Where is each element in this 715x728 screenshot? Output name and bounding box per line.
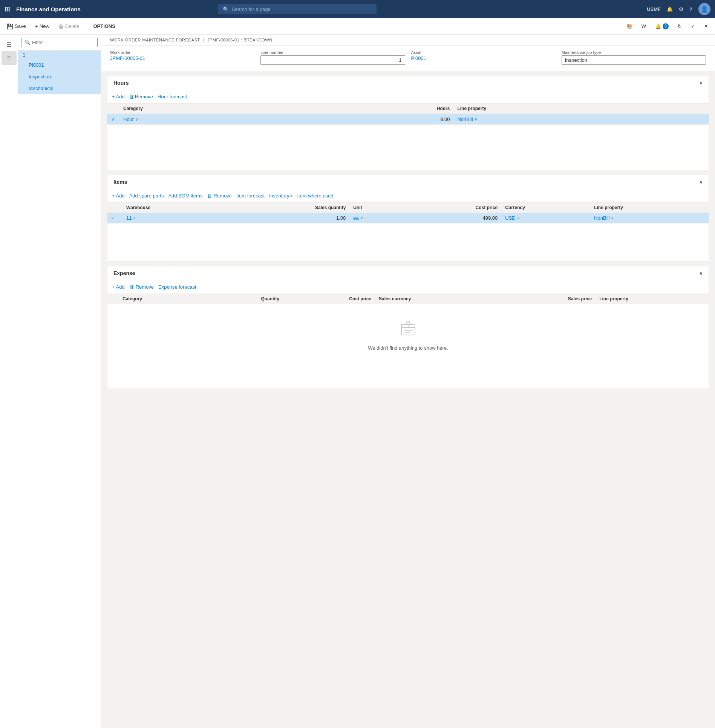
hours-remove-btn[interactable]: 🗑 Remove <box>129 93 153 100</box>
expense-remove-btn[interactable]: 🗑 Remove <box>129 283 154 291</box>
expense-toolbar: + Add 🗑 Remove Expense forecast <box>107 280 709 294</box>
items-empty-space <box>107 223 709 261</box>
items-row-costprice[interactable]: 499.00 <box>405 213 501 223</box>
save-button[interactable]: 💾 Save <box>3 21 30 32</box>
tree-item-1[interactable]: 1 <box>18 50 101 59</box>
expense-bottom-space <box>107 366 709 388</box>
expense-section-header: Expense ∧ <box>107 266 709 280</box>
expense-empty-state: We didn't find anything to show here. <box>107 304 709 366</box>
settings-icon[interactable]: ⚙ <box>679 6 683 12</box>
expense-add-btn[interactable]: + Add <box>112 283 125 291</box>
app-title: Finance and Operations <box>16 6 81 12</box>
right-icons: USMF 🔔 ⚙ ? 👤 <box>647 3 710 15</box>
tree-link-mechanical[interactable]: Mechanical <box>23 85 96 92</box>
tree-link-inspection[interactable]: Inspection <box>23 73 96 80</box>
chevron-down-icon: ∨ <box>135 117 138 121</box>
notification-badge-btn[interactable]: 🔔 0 <box>651 21 672 32</box>
hours-category-dropdown[interactable]: Hour ∨ <box>123 116 306 122</box>
items-row-salesqty[interactable]: 1.00 <box>225 213 349 223</box>
items-toolbar: + Add Add spare parts Add BOM items 🗑 Re… <box>107 189 709 203</box>
word-icon-btn[interactable]: W <box>638 21 650 32</box>
items-add-bom-btn[interactable]: Add BOM items <box>168 192 202 199</box>
tree-item-pi0001[interactable]: Pi0001 <box>18 59 101 71</box>
hours-col-hours: Hours <box>309 104 454 114</box>
tree-item-mechanical[interactable]: Mechanical <box>18 83 101 94</box>
items-col-expand <box>107 203 122 213</box>
items-add-spare-parts-btn[interactable]: Add spare parts <box>129 192 164 199</box>
cmd-right-actions: 🎨 W 🔔 0 ↻ ⤢ ✕ <box>623 21 712 32</box>
hour-forecast-btn[interactable]: Hour forecast <box>158 93 187 100</box>
filter-input[interactable] <box>32 40 95 45</box>
maintenance-job-type-label: Maintenance job type <box>562 50 706 55</box>
warehouse-dropdown[interactable]: 11 ∨ <box>126 215 222 221</box>
items-remove-btn[interactable]: 🗑 Remove <box>207 192 231 199</box>
hours-collapse-btn[interactable]: ∧ <box>699 80 703 86</box>
refresh-btn[interactable]: ↻ <box>674 21 686 32</box>
expense-collapse-btn[interactable]: ∧ <box>699 271 703 276</box>
currency-dropdown[interactable]: USD ∨ <box>505 215 586 221</box>
items-table-scroll[interactable]: Warehouse Sales quantity Unit Cost price… <box>107 203 709 223</box>
expense-col-check <box>107 294 119 304</box>
avatar[interactable]: 👤 <box>698 3 710 15</box>
asset-label: Asset <box>411 50 556 55</box>
item-forecast-btn[interactable]: Item forecast <box>236 192 265 199</box>
close-btn[interactable]: ✕ <box>700 21 712 32</box>
color-icon-btn[interactable]: 🎨 <box>623 21 636 32</box>
asset-link[interactable]: Pi0001 <box>411 55 426 61</box>
filter-input-wrapper[interactable]: 🔍 <box>21 38 98 47</box>
checkmark-icon: ✓ <box>111 116 116 122</box>
hours-add-btn[interactable]: + Add <box>112 93 125 100</box>
asset-value: Pi0001 <box>411 55 556 61</box>
search-box[interactable]: 🔍 <box>218 4 377 14</box>
hours-row[interactable]: ✓ Hour ∨ 8.00 NonBill ∨ <box>107 114 709 125</box>
line-number-value[interactable]: 1 <box>260 55 405 65</box>
items-row-expand-icon[interactable]: ∨ <box>111 216 119 220</box>
hours-toolbar: + Add 🗑 Remove Hour forecast <box>107 90 709 104</box>
tree-item-inspection[interactable]: Inspection <box>18 71 101 83</box>
sidebar: ☰ ≡ <box>0 35 18 728</box>
breadcrumb: WORK ORDER MAINTENANCE FORECAST | JPMF-0… <box>101 35 715 46</box>
options-button[interactable]: OPTIONS <box>89 21 119 31</box>
expense-col-salescurrency: Sales currency <box>375 294 498 304</box>
unit-dropdown[interactable]: ea ∨ <box>353 215 401 221</box>
items-collapse-btn[interactable]: ∧ <box>699 179 703 185</box>
items-table: Warehouse Sales quantity Unit Cost price… <box>107 203 709 223</box>
inventory-chevron-icon: ∨ <box>290 194 292 198</box>
new-button[interactable]: + New <box>31 21 53 32</box>
empty-state-text: We didn't find anything to show here. <box>368 345 448 351</box>
notification-icon[interactable]: 🔔 <box>667 6 673 12</box>
cmd-divider <box>86 22 86 31</box>
org-code: USMF <box>647 6 661 12</box>
empty-state-icon <box>398 319 418 342</box>
filter-box: 🔍 <box>18 35 101 50</box>
grid-icon[interactable]: ⊞ <box>5 5 10 13</box>
hours-row-hours[interactable]: 8.00 <box>309 114 454 125</box>
top-navigation: ⊞ Finance and Operations 🔍 USMF 🔔 ⚙ ? 👤 <box>0 0 715 18</box>
expense-forecast-btn[interactable]: Expense forecast <box>158 283 196 291</box>
refresh-icon: ↻ <box>678 23 682 29</box>
chevron-down-icon-2: ∨ <box>475 117 477 121</box>
items-add-btn[interactable]: + Add <box>112 192 125 199</box>
inventory-btn[interactable]: Inventory ∨ <box>269 192 292 199</box>
sidebar-menu-icon[interactable]: ☰ <box>2 38 17 51</box>
open-in-new-btn[interactable]: ⤢ <box>687 21 699 32</box>
items-row-currency: USD ∨ <box>501 213 590 223</box>
item-where-used-btn[interactable]: Item where used <box>297 192 333 199</box>
items-lineproperty-dropdown[interactable]: NonBill ∨ <box>594 215 705 221</box>
color-icon: 🎨 <box>626 23 632 29</box>
items-col-lineproperty: Line property <box>590 203 709 213</box>
help-icon[interactable]: ? <box>689 6 692 12</box>
search-input[interactable] <box>232 6 372 12</box>
work-order-link[interactable]: JPMF-00005-01 <box>110 55 145 61</box>
maintenance-job-type-value[interactable]: Inspection <box>562 55 706 65</box>
sidebar-list-icon[interactable]: ≡ <box>2 51 17 65</box>
items-row-unit: ea ∨ <box>349 213 405 223</box>
hours-col-check <box>107 104 119 114</box>
hours-lineproperty-dropdown[interactable]: NonBill ∨ <box>457 116 705 122</box>
notification-count: 0 <box>663 23 669 29</box>
open-in-new-icon: ⤢ <box>691 23 695 29</box>
items-row[interactable]: ∨ 11 ∨ 1.00 <box>107 213 709 223</box>
delete-button[interactable]: 🗑 Delete <box>55 21 83 32</box>
tree-link-pi0001[interactable]: Pi0001 <box>23 61 96 69</box>
chevron-down-icon-5: ∨ <box>360 216 363 220</box>
